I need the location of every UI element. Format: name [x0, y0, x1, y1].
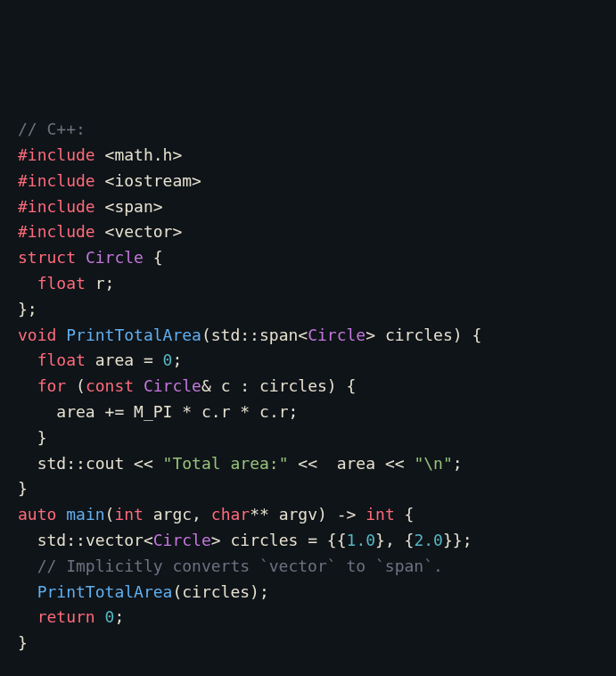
token-op: & [201, 376, 211, 395]
token-paren: ); [250, 582, 269, 601]
token-ident [317, 531, 327, 549]
token-ident [144, 248, 153, 267]
token-keyword: #include [18, 222, 95, 241]
code-line: } [18, 476, 598, 502]
token-op: * [240, 402, 250, 421]
token-paren: { [153, 248, 163, 267]
code-line: for (const Circle& c : circles) { [18, 374, 598, 400]
token-ident [134, 376, 144, 395]
code-line: float area = 0; [18, 348, 598, 374]
token-paren: ; [453, 454, 463, 473]
token-keyword: for [37, 376, 67, 395]
token-op: :: [66, 454, 86, 473]
code-line: #include <span> [18, 194, 598, 220]
token-keyword: #include [18, 145, 95, 164]
token-ident: std [18, 454, 66, 473]
token-ident: c [192, 402, 211, 421]
token-ident: circles [221, 531, 308, 549]
token-ident [95, 145, 105, 164]
token-op: . [211, 402, 221, 421]
token-ident [288, 454, 298, 473]
token-ident [153, 350, 163, 369]
token-ident [18, 607, 37, 626]
token-ident: area [18, 402, 105, 421]
token-keyword: const [86, 376, 134, 395]
code-line: } [18, 425, 598, 451]
token-keyword: void [18, 326, 56, 344]
token-paren: { [405, 505, 415, 523]
token-ident [95, 171, 105, 190]
token-ident: argv [269, 505, 317, 523]
code-line: #include <vector> [18, 219, 598, 245]
token-ident [18, 376, 37, 395]
token-comment: // Implicitly converts `vector` to `span… [37, 556, 443, 575]
token-paren: { [472, 326, 481, 344]
token-ident: cout [86, 454, 134, 473]
token-paren: ( [172, 582, 182, 601]
token-paren: } [18, 633, 28, 652]
token-keyword: #include [18, 197, 95, 216]
token-ident [18, 350, 37, 369]
token-ident [56, 505, 66, 523]
token-paren: ) [317, 505, 327, 523]
code-line: PrintTotalArea(circles); [18, 580, 598, 606]
token-type: Circle [153, 531, 211, 549]
token-ident [463, 326, 472, 344]
token-angle: > [365, 326, 375, 344]
token-paren: ; [105, 274, 115, 293]
token-ident [18, 556, 37, 575]
token-op: = [144, 350, 153, 369]
token-comment: // C++: [18, 120, 86, 138]
token-ident [18, 582, 37, 601]
token-ident [153, 454, 163, 473]
token-angle: > [211, 531, 221, 549]
token-keyword: int [365, 505, 395, 523]
token-ident [337, 376, 347, 395]
code-line: // Implicitly converts `vector` to `span… [18, 554, 598, 580]
token-angle: <span> [105, 197, 163, 216]
token-type: Circle [144, 376, 201, 395]
token-ident [95, 607, 105, 626]
token-ident [18, 428, 37, 447]
token-op: << [134, 454, 153, 473]
token-op: = [308, 531, 317, 549]
token-op: :: [240, 326, 259, 344]
token-keyword: float [37, 350, 86, 369]
token-paren: {{ [327, 531, 347, 549]
token-keyword: auto [18, 505, 56, 523]
code-line: void PrintTotalArea(std::span<Circle> ci… [18, 323, 598, 349]
token-keyword: char [211, 505, 250, 523]
code-line: struct Circle { [18, 245, 598, 271]
token-ident [56, 326, 66, 344]
token-ident [201, 505, 211, 523]
token-ident: circles [250, 376, 327, 395]
token-ident [356, 505, 365, 523]
token-func: PrintTotalArea [66, 326, 201, 344]
token-ident [66, 376, 76, 395]
token-ident: argc [144, 505, 192, 523]
token-ident: r [221, 402, 241, 421]
code-line: std::vector<Circle> circles = {{1.0}, {2… [18, 528, 598, 554]
token-ident [95, 197, 105, 216]
token-ident: c [250, 402, 269, 421]
code-line: #include <iostream> [18, 169, 598, 194]
code-line: return 0; [18, 605, 598, 631]
token-ident [405, 454, 415, 473]
token-paren: ; [172, 350, 182, 369]
token-op: += [105, 402, 125, 421]
token-paren: ) [453, 326, 463, 344]
token-op: ** [250, 505, 269, 523]
token-ident: r [279, 402, 289, 421]
token-angle: <iostream> [105, 171, 201, 190]
token-keyword: int [114, 505, 144, 523]
token-number: 0 [105, 607, 115, 626]
token-ident [172, 402, 182, 421]
token-type: Circle [86, 248, 144, 267]
token-paren: }, [375, 531, 395, 549]
code-line: }; [18, 297, 598, 323]
token-number: 2.0 [414, 531, 443, 549]
code-line: } [18, 631, 598, 656]
token-paren: }}; [443, 531, 472, 549]
code-line: auto main(int argc, char** argv) -> int … [18, 502, 598, 528]
token-op: :: [66, 531, 86, 549]
